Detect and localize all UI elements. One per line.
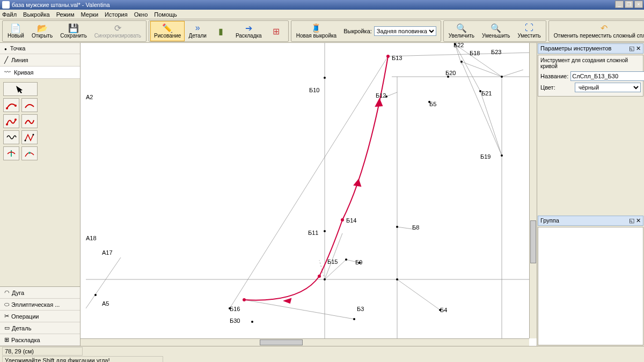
svg-point-56	[94, 294, 97, 296]
svg-point-54	[251, 321, 253, 323]
tool-panel: Точка Линия Кривая ◠Дуга ⬭Эллиптическая …	[0, 43, 80, 346]
menu-measurements[interactable]: Мерки	[81, 11, 98, 18]
sync-icon: ⟳	[114, 23, 121, 33]
layout-category[interactable]: ⊞Раскладка	[0, 334, 80, 346]
curve-tool-3[interactable]	[3, 114, 19, 128]
toolbar: 📄Новый 📂Открыть 💾Сохранить ⟳Синхронизиро…	[0, 19, 644, 43]
svg-text:Б18: Б18	[470, 50, 480, 56]
undo-icon: ↶	[601, 23, 608, 33]
arrow-tool[interactable]	[3, 82, 38, 96]
undo-button[interactable]: ↶Отменить переместить сложный сплайн	[550, 21, 644, 41]
color-select[interactable]: чёрный	[575, 83, 641, 92]
zoom-out-button[interactable]: 🔍Уменьшить	[478, 21, 514, 41]
sync-button[interactable]: ⟳Синхронизировать	[91, 21, 145, 41]
menu-file[interactable]: Файл	[2, 11, 17, 18]
svg-text:А17: А17	[102, 249, 113, 256]
arc-category[interactable]: ◠Дуга	[0, 287, 80, 299]
curve-tool-6[interactable]	[21, 130, 38, 144]
name-label: Название:	[540, 73, 568, 79]
ellipse-icon: ⬭	[4, 301, 9, 308]
menu-history[interactable]: История	[105, 11, 128, 18]
props-header: Параметры инструментов◱ ✕	[538, 43, 643, 54]
svg-point-2	[6, 123, 8, 125]
properties-panel: Параметры инструментов◱ ✕ Инструмент для…	[537, 43, 644, 346]
name-input[interactable]	[570, 71, 644, 81]
curve-tools	[0, 79, 80, 164]
curve-tool-2[interactable]	[21, 98, 38, 112]
zoom-fit-button[interactable]: ⛶Уместить	[514, 21, 545, 41]
horizontal-scrollbar[interactable]	[80, 338, 529, 346]
zoom-in-icon: 🔍	[456, 23, 467, 33]
group-panel-controls[interactable]: ◱ ✕	[629, 217, 641, 224]
detail-button[interactable]: ▮	[210, 21, 232, 41]
svg-text:Б9: Б9	[355, 259, 362, 265]
svg-line-20	[397, 279, 440, 310]
svg-text:Б14: Б14	[346, 217, 356, 224]
svg-text:Б16: Б16	[230, 306, 240, 312]
svg-point-0	[6, 107, 8, 109]
piece-icon: ▮	[218, 26, 223, 36]
menu-pattern[interactable]: Выкройка	[23, 11, 50, 18]
svg-point-33	[386, 55, 390, 58]
save-button[interactable]: 💾Сохранить	[56, 21, 91, 41]
svg-text:Б4: Б4	[440, 307, 447, 313]
details-mode-button[interactable]: »Детали	[185, 21, 210, 41]
svg-text:А5: А5	[102, 300, 109, 307]
menu-mode[interactable]: Режим	[56, 11, 75, 18]
detail-category[interactable]: ▭Деталь	[0, 322, 80, 334]
group-list[interactable]	[538, 227, 643, 346]
pattern-label: Выкройка:	[343, 28, 372, 34]
curve-tool-4[interactable]	[21, 114, 38, 128]
drawing-mode-button[interactable]: ✏️Рисование	[150, 21, 185, 41]
curve-tool-8[interactable]	[21, 146, 38, 160]
svg-line-28	[502, 70, 523, 77]
zoom-out-icon: 🔍	[491, 23, 501, 33]
operations-category[interactable]: ✂Операции	[0, 311, 80, 322]
layout-mode-button[interactable]: ➔Раскладка	[232, 21, 266, 41]
status-coords: 78, 29 (см)	[2, 347, 83, 356]
newpattern-icon: 🧵	[311, 23, 321, 33]
vertical-scrollbar[interactable]	[529, 43, 537, 338]
svg-line-16	[325, 233, 342, 279]
svg-text:Б21: Б21	[481, 90, 492, 97]
tool-cat-curve[interactable]: Кривая	[0, 67, 80, 79]
zoom-fit-icon: ⛶	[525, 23, 533, 33]
tool-title: Инструмент для создания сложной кривой	[540, 57, 641, 69]
svg-text:Б20: Б20	[445, 70, 456, 76]
curve-tool-5[interactable]	[3, 130, 19, 144]
pencil-icon: ✏️	[162, 23, 173, 33]
new-pattern-button[interactable]: 🧵Новая выкройка	[292, 21, 340, 41]
curve-tool-7[interactable]	[3, 146, 19, 160]
group-header: Группа◱ ✕	[538, 216, 643, 226]
menu-window[interactable]: Окно	[134, 11, 148, 18]
menu-help[interactable]: Помощь	[154, 11, 177, 18]
elliptic-category[interactable]: ⬭Эллиптическая ...	[0, 299, 80, 311]
pattern-select[interactable]: Задняя половинка	[374, 26, 436, 36]
svg-line-25	[462, 62, 502, 77]
open-button[interactable]: 📂Открыть	[28, 21, 56, 41]
close-button[interactable]: ×	[634, 1, 643, 8]
svg-marker-31	[354, 180, 361, 186]
tool-cat-point[interactable]: Точка	[0, 43, 80, 54]
svg-text:Б13: Б13	[392, 55, 402, 61]
new-button[interactable]: 📄Новый	[4, 21, 28, 41]
svg-text:Б5: Б5	[429, 101, 436, 107]
maximize-button[interactable]: ❐	[625, 1, 633, 8]
ops-icon: ✂	[4, 313, 9, 320]
svg-line-14	[244, 300, 354, 319]
svg-text:А18: А18	[86, 235, 97, 241]
tool-cat-line[interactable]: Линия	[0, 54, 80, 67]
curve-tool-1[interactable]	[3, 98, 19, 112]
drawing-canvas[interactable]: А2 А5 А17 А18 Б3 Б4 Б5 Б8 Б9 Б10 Б11 Б12…	[80, 43, 537, 346]
svg-point-4	[25, 140, 26, 142]
svg-line-13	[230, 56, 388, 308]
titlebar: база мужские штаны.val* - Valentina _ ❐ …	[0, 0, 644, 10]
zoom-in-button[interactable]: 🔍Увеличить	[445, 21, 478, 41]
grid-button[interactable]: ⊞	[266, 21, 287, 41]
arrow-icon: ➔	[245, 23, 252, 33]
svg-point-6	[28, 152, 31, 154]
minimize-button[interactable]: _	[615, 1, 624, 8]
layout-icon: ⊞	[4, 336, 9, 343]
panel-controls[interactable]: ◱ ✕	[629, 45, 641, 52]
svg-point-35	[318, 275, 321, 278]
